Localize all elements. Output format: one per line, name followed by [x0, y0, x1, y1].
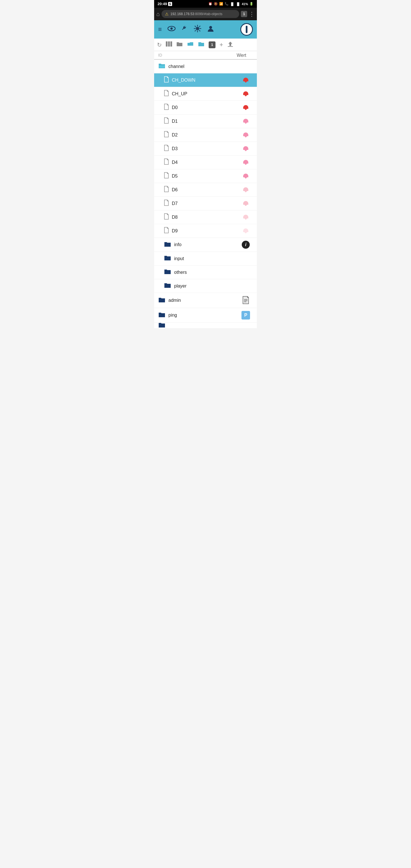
svg-rect-17 — [245, 136, 247, 137]
d0-label: D0 — [172, 105, 239, 110]
tree-row[interactable]: admin — [154, 293, 257, 308]
file-tree: channel CH_DOWN CH_UP D0 — [154, 60, 257, 329]
alarm-icon: ⏰ — [208, 2, 212, 6]
tree-row[interactable]: D1 — [154, 115, 257, 128]
svg-rect-20 — [245, 151, 246, 151]
folder-icon — [158, 311, 165, 319]
column-headers: ID Wert — [154, 51, 257, 60]
file-icon — [164, 172, 169, 180]
d7-value — [239, 200, 253, 207]
tree-row[interactable]: ping P — [154, 308, 257, 323]
d0-value — [239, 104, 253, 111]
svg-point-2 — [196, 27, 199, 30]
folder-open-button[interactable] — [198, 41, 204, 48]
info-value: i — [239, 241, 253, 249]
upload-button[interactable] — [227, 41, 233, 49]
wrench-icon[interactable] — [181, 25, 188, 34]
refresh-button[interactable]: ↻ — [157, 41, 162, 48]
ch-down-value — [239, 77, 253, 83]
tree-row[interactable]: input — [154, 252, 257, 266]
svg-rect-32 — [245, 233, 246, 233]
folder-icon — [158, 323, 165, 329]
d6-label: D6 — [172, 187, 239, 192]
app-logo — [240, 23, 253, 36]
tab-count-button[interactable]: 1 — [241, 11, 247, 17]
tree-row[interactable]: D8 — [154, 211, 257, 224]
svg-rect-5 — [166, 41, 167, 46]
info-label: info — [174, 242, 239, 247]
svg-point-1 — [170, 27, 173, 30]
app-header: ≡ — [154, 20, 257, 38]
url-bar[interactable]: ⚠ 192.168.178.53:8099/#tab-objects — [162, 10, 239, 18]
status-icons: ⏰ 🔕 📶 📞 ▐▌ ▐▌ 41% 🔋 — [208, 2, 253, 6]
svg-rect-30 — [245, 219, 246, 220]
signal-icon1: ▐▌ — [230, 2, 234, 6]
signal-icon2: ▐▌ — [236, 2, 240, 6]
svg-rect-23 — [245, 177, 247, 178]
svg-rect-26 — [245, 192, 246, 192]
others-label: others — [174, 270, 239, 275]
status-time: 20:49 — [158, 2, 167, 6]
tree-row[interactable]: info i — [154, 238, 257, 252]
d1-value — [239, 118, 253, 124]
ch-up-value — [239, 91, 253, 97]
add-button[interactable]: + — [220, 41, 223, 49]
browser-bar: ⌂ ⚠ 192.168.178.53:8099/#tab-objects 1 ⋮ — [154, 8, 257, 20]
tree-row[interactable]: D2 — [154, 128, 257, 142]
d5-value — [239, 173, 253, 179]
svg-rect-24 — [245, 178, 246, 179]
tree-row[interactable]: D0 — [154, 101, 257, 115]
file-icon — [164, 213, 169, 221]
input-label: input — [174, 256, 239, 261]
tree-row[interactable]: CH_UP — [154, 87, 257, 101]
svg-rect-14 — [245, 110, 246, 110]
eye-icon[interactable] — [167, 25, 176, 33]
badge-number-button[interactable]: 1 — [209, 41, 216, 48]
d4-value — [239, 159, 253, 165]
p-badge-icon: P — [242, 311, 250, 319]
folder-closed-button[interactable] — [176, 41, 183, 48]
tree-row[interactable]: D5 — [154, 169, 257, 183]
ch-down-label: CH_DOWN — [172, 78, 239, 83]
svg-rect-7 — [170, 41, 172, 46]
tree-row[interactable]: channel — [154, 60, 257, 73]
d3-value — [239, 146, 253, 152]
toolbar: ↻ 1 + — [154, 38, 257, 51]
player-label: player — [174, 283, 239, 289]
tree-row[interactable]: D4 — [154, 156, 257, 169]
svg-rect-18 — [245, 137, 246, 137]
folder-half-open-button[interactable] — [187, 41, 194, 48]
svg-rect-19 — [245, 150, 247, 151]
profile-icon[interactable] — [207, 25, 214, 34]
tree-row[interactable]: CH_DOWN — [154, 73, 257, 87]
d3-label: D3 — [172, 146, 239, 151]
folder-icon — [158, 297, 165, 304]
tree-row[interactable]: D9 — [154, 224, 257, 238]
menu-icon[interactable]: ≡ — [158, 26, 162, 33]
file-icon — [164, 90, 169, 98]
wifi-icon: 📶 — [219, 2, 223, 6]
tree-row[interactable]: others — [154, 266, 257, 279]
folder-open-icon — [158, 63, 165, 70]
folder-icon — [164, 282, 171, 290]
settings-icon[interactable] — [194, 25, 201, 34]
folder-icon — [164, 241, 171, 249]
columns-button[interactable] — [166, 41, 172, 48]
tree-row[interactable]: D7 — [154, 197, 257, 211]
browser-menu-button[interactable]: ⋮ — [249, 10, 255, 18]
d5-label: D5 — [172, 174, 239, 179]
file-icon — [164, 104, 169, 111]
file-icon — [164, 199, 169, 207]
file-icon — [164, 158, 169, 166]
d7-label: D7 — [172, 201, 239, 206]
tree-row[interactable]: D3 — [154, 142, 257, 156]
svg-rect-25 — [245, 191, 247, 192]
tree-row[interactable]: D6 — [154, 183, 257, 197]
tree-row[interactable] — [154, 323, 257, 329]
ping-value: P — [239, 311, 253, 319]
home-button[interactable]: ⌂ — [156, 11, 160, 18]
svg-rect-12 — [245, 96, 246, 96]
tree-row[interactable]: player — [154, 279, 257, 293]
phone-icon: 📞 — [225, 2, 229, 6]
id-column-header: ID — [158, 53, 230, 58]
